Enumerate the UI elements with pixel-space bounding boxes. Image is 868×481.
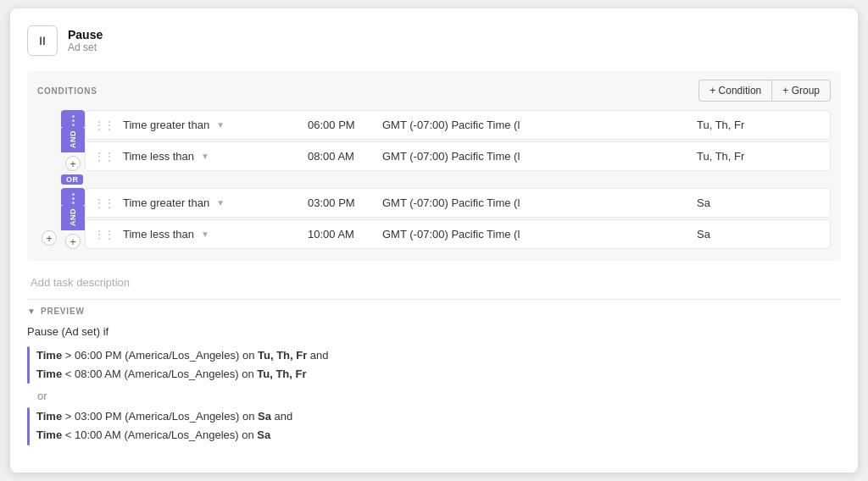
copy-icon[interactable]: ⧉	[796, 196, 804, 210]
add-task-description[interactable]: Add task description	[27, 269, 841, 296]
settings-icon[interactable]: ⚙	[780, 119, 791, 132]
and-group-1: AND + ⋮⋮ Time greater than ▼ 06:00 PM	[61, 110, 831, 171]
condition-value-1: 06:00 PM	[308, 119, 376, 131]
drag-handle[interactable]: ⋮⋮	[94, 197, 114, 209]
preview-line-2a: Time > 03:00 PM (America/Los_Angeles) on…	[36, 407, 292, 426]
main-container: ⏸ Pause Ad set CONDITIONS + Condition + …	[10, 8, 858, 473]
or-plus[interactable]: +	[42, 230, 57, 246]
condition-value-2: 08:00 AM	[308, 150, 376, 163]
copy-icon[interactable]: ⧉	[796, 149, 804, 163]
condition-type-2[interactable]: Time less than ▼	[123, 150, 301, 163]
delete-icon[interactable]: 🗑	[810, 196, 821, 210]
condition-type-label-4: Time less than	[123, 228, 194, 240]
conditions-section: CONDITIONS + Condition + Group	[27, 71, 841, 261]
preview-adset: (Ad set)	[62, 325, 101, 338]
preview-label: PREVIEW	[41, 307, 85, 316]
page-subtitle: Ad set	[68, 41, 103, 53]
and-bar-1	[61, 110, 85, 127]
settings-icon[interactable]: ⚙	[780, 196, 791, 210]
and-bar-2	[61, 188, 85, 205]
dot	[72, 197, 75, 200]
and-sidebar-2: AND +	[61, 188, 85, 249]
or-row: OR	[37, 171, 831, 188]
preview-section: ▼ PREVIEW Pause (Ad set) if Time > 06:00…	[27, 299, 841, 445]
delete-icon[interactable]: 🗑	[810, 119, 821, 132]
condition-days-3: Sa	[697, 196, 773, 209]
preview-accent-2	[27, 407, 30, 445]
condition-type-label-3: Time greater than	[123, 196, 209, 209]
condition-days-2: Tu, Th, Fr	[697, 150, 773, 163]
preview-header[interactable]: ▼ PREVIEW	[27, 307, 841, 316]
drag-dots-2	[72, 191, 75, 204]
and-plus-1[interactable]: +	[65, 156, 81, 171]
condition-days-4: Sa	[697, 228, 773, 240]
copy-icon[interactable]: ⧉	[796, 227, 804, 241]
preview-if: if	[103, 325, 109, 338]
conditions-list-2: ⋮⋮ Time greater than ▼ 03:00 PM GMT (-07…	[85, 188, 831, 249]
chevron-down-icon: ▼	[201, 152, 209, 161]
dot	[72, 124, 75, 126]
drag-handle[interactable]: ⋮⋮	[94, 151, 114, 163]
condition-type-label-2: Time less than	[123, 150, 194, 163]
condition-row-2: ⋮⋮ Time less than ▼ 08:00 AM GMT (-07:00…	[85, 141, 831, 171]
and-group-2: AND + ⋮⋮ Time greater than ▼ 03:00 PM	[61, 188, 831, 249]
preview-line-1a: Time > 06:00 PM (America/Los_Angeles) on…	[36, 346, 329, 365]
condition-type-3[interactable]: Time greater than ▼	[123, 196, 301, 209]
preview-title-bold: Pause	[27, 325, 58, 338]
condition-row-1: ⋮⋮ Time greater than ▼ 06:00 PM GMT (-07…	[85, 110, 831, 140]
condition-timezone-2: GMT (-07:00) Pacific Time (l	[382, 150, 690, 163]
condition-type-label-1: Time greater than	[123, 119, 209, 131]
delete-icon[interactable]: 🗑	[810, 150, 821, 163]
and-badge-2: AND	[61, 205, 85, 230]
preview-lines-1: Time > 06:00 PM (America/Los_Angeles) on…	[36, 346, 329, 384]
copy-icon[interactable]: ⧉	[796, 118, 804, 132]
settings-icon[interactable]: ⚙	[780, 150, 791, 163]
groups-container: AND + ⋮⋮ Time greater than ▼ 06:00 PM	[37, 110, 831, 249]
condition-type-1[interactable]: Time greater than ▼	[123, 119, 301, 131]
condition-row-3: ⋮⋮ Time greater than ▼ 03:00 PM GMT (-07…	[85, 188, 831, 218]
condition-type-4[interactable]: Time less than ▼	[123, 228, 301, 240]
and-badge-1: AND	[61, 127, 85, 152]
preview-intro: Pause (Ad set) if	[27, 323, 841, 341]
header: ⏸ Pause Ad set	[27, 25, 841, 56]
dot	[72, 115, 75, 118]
and-sidebar-1: AND +	[61, 110, 85, 171]
preview-line-2b: Time < 10:00 AM (America/Los_Angeles) on…	[36, 426, 292, 445]
condition-timezone-1: GMT (-07:00) Pacific Time (l	[382, 119, 690, 131]
or-sidebar-1	[37, 110, 61, 171]
header-text: Pause Ad set	[68, 28, 103, 53]
preview-or: or	[37, 387, 841, 406]
add-group-button[interactable]: + Group	[771, 80, 831, 102]
conditions-label: CONDITIONS	[37, 86, 97, 96]
pause-icon-box: ⏸	[27, 25, 58, 56]
settings-icon[interactable]: ⚙	[780, 228, 791, 241]
preview-lines-2: Time > 03:00 PM (America/Los_Angeles) on…	[36, 407, 292, 445]
or-sidebar-2: +	[37, 188, 61, 249]
page-title: Pause	[68, 28, 103, 41]
drag-handle[interactable]: ⋮⋮	[94, 229, 114, 240]
preview-chevron-icon: ▼	[27, 307, 36, 316]
preview-block-2: Time > 03:00 PM (America/Los_Angeles) on…	[27, 407, 841, 445]
chevron-down-icon: ▼	[201, 229, 209, 239]
preview-line-1b: Time < 08:00 AM (America/Los_Angeles) on…	[36, 365, 329, 384]
drag-dots-1	[72, 113, 75, 126]
add-condition-button[interactable]: + Condition	[698, 80, 771, 102]
condition-row-4: ⋮⋮ Time less than ▼ 10:00 AM GMT (-07:00…	[85, 219, 831, 249]
drag-handle[interactable]: ⋮⋮	[94, 119, 114, 131]
and-plus-2[interactable]: +	[65, 234, 81, 249]
preview-block-1: Time > 06:00 PM (America/Los_Angeles) on…	[27, 346, 841, 384]
conditions-actions: + Condition + Group	[698, 80, 831, 102]
dot	[72, 119, 75, 122]
preview-accent-1	[27, 346, 30, 384]
condition-timezone-3: GMT (-07:00) Pacific Time (l	[382, 196, 690, 209]
conditions-header: CONDITIONS + Condition + Group	[37, 80, 831, 102]
delete-icon[interactable]: 🗑	[810, 228, 821, 241]
group-row-2: + AND +	[37, 188, 831, 249]
dot	[72, 193, 75, 196]
group-row-1: AND + ⋮⋮ Time greater than ▼ 06:00 PM	[37, 110, 831, 171]
chevron-down-icon: ▼	[216, 120, 225, 130]
condition-value-4: 10:00 AM	[308, 228, 376, 240]
dot	[72, 202, 75, 204]
pause-icon: ⏸	[36, 34, 48, 47]
or-badge: OR	[61, 174, 83, 185]
